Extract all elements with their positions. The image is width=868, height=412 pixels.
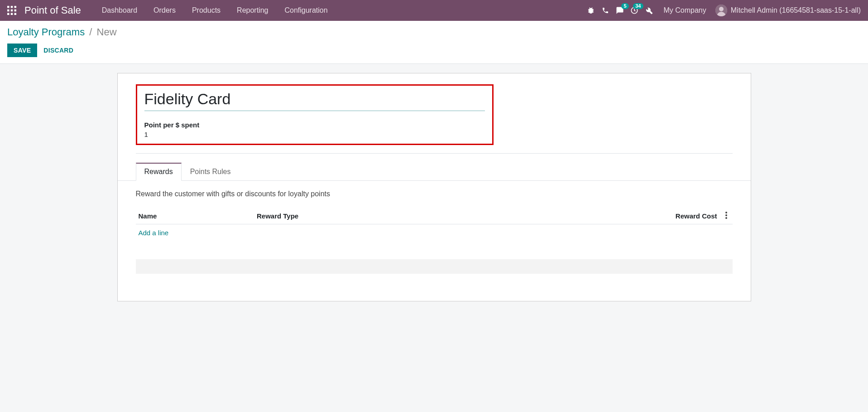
svg-rect-1 bbox=[11, 6, 13, 8]
menu-configuration[interactable]: Configuration bbox=[276, 0, 336, 21]
form-sheet: Point per $ spent 1 Rewards Points Rules… bbox=[117, 73, 751, 301]
avatar bbox=[715, 5, 727, 16]
program-name-input[interactable] bbox=[144, 89, 485, 111]
svg-rect-3 bbox=[7, 10, 9, 11]
svg-point-11 bbox=[719, 7, 724, 11]
menu-products[interactable]: Products bbox=[184, 0, 229, 21]
col-reward-type[interactable]: Reward Type bbox=[254, 208, 488, 224]
sheet-footer-strip bbox=[136, 259, 733, 274]
activities-badge: 34 bbox=[633, 3, 643, 9]
col-reward-cost[interactable]: Reward Cost bbox=[488, 208, 720, 224]
breadcrumb: Loyalty Programs / New bbox=[7, 26, 861, 38]
tabs: Rewards Points Rules bbox=[118, 163, 751, 181]
breadcrumb-separator: / bbox=[89, 26, 92, 38]
activities-icon[interactable]: 34 bbox=[630, 6, 638, 15]
discuss-badge: 5 bbox=[621, 3, 628, 9]
user-menu[interactable]: Mitchell Admin (16654581-saas-15-1-all) bbox=[715, 5, 861, 16]
main-navbar: Point of Sale Dashboard Orders Products … bbox=[0, 0, 868, 21]
points-per-currency-label: Point per $ spent bbox=[144, 121, 485, 129]
save-button[interactable]: SAVE bbox=[7, 44, 37, 57]
tab-rewards-body: Reward the customer with gifts or discou… bbox=[118, 181, 751, 241]
highlight-annotation: Point per $ spent 1 bbox=[136, 84, 494, 145]
app-brand[interactable]: Point of Sale bbox=[24, 5, 81, 16]
menu-dashboard[interactable]: Dashboard bbox=[94, 0, 145, 21]
apps-icon[interactable] bbox=[7, 6, 16, 15]
menu-reporting[interactable]: Reporting bbox=[229, 0, 276, 21]
col-options[interactable] bbox=[720, 208, 733, 224]
company-switcher[interactable]: My Company bbox=[664, 6, 706, 15]
menu-orders[interactable]: Orders bbox=[145, 0, 184, 21]
breadcrumb-parent[interactable]: Loyalty Programs bbox=[7, 26, 85, 38]
col-name[interactable]: Name bbox=[136, 208, 254, 224]
kebab-icon bbox=[725, 212, 727, 219]
tab-rewards[interactable]: Rewards bbox=[136, 163, 182, 181]
svg-rect-6 bbox=[7, 13, 9, 15]
svg-rect-7 bbox=[11, 13, 13, 15]
rewards-description: Reward the customer with gifts or discou… bbox=[136, 190, 733, 198]
svg-rect-5 bbox=[14, 10, 16, 11]
breadcrumb-current: New bbox=[97, 26, 117, 38]
tools-icon[interactable] bbox=[645, 6, 653, 15]
table-row: Add a line bbox=[136, 224, 733, 242]
rewards-table: Name Reward Type Reward Cost Add a line bbox=[136, 208, 733, 241]
form-area: Point per $ spent 1 Rewards Points Rules… bbox=[0, 64, 868, 320]
discuss-icon[interactable]: 5 bbox=[616, 6, 624, 15]
navbar-menu: Dashboard Orders Products Reporting Conf… bbox=[94, 0, 336, 21]
add-line-link[interactable]: Add a line bbox=[139, 229, 169, 237]
svg-rect-8 bbox=[14, 13, 16, 15]
user-name: Mitchell Admin (16654581-saas-15-1-all) bbox=[731, 6, 861, 15]
svg-rect-2 bbox=[14, 6, 16, 8]
svg-rect-4 bbox=[11, 10, 13, 11]
points-per-currency-value[interactable]: 1 bbox=[144, 131, 485, 138]
navbar-systray: 5 34 My Company Mitchell Admin (16654581… bbox=[587, 5, 861, 16]
phone-icon[interactable] bbox=[601, 6, 609, 15]
control-panel: Loyalty Programs / New SAVE DISCARD bbox=[0, 21, 868, 64]
tab-points-rules[interactable]: Points Rules bbox=[182, 163, 240, 181]
bug-icon[interactable] bbox=[587, 6, 595, 15]
svg-rect-0 bbox=[7, 6, 9, 8]
discard-button[interactable]: DISCARD bbox=[43, 47, 73, 54]
